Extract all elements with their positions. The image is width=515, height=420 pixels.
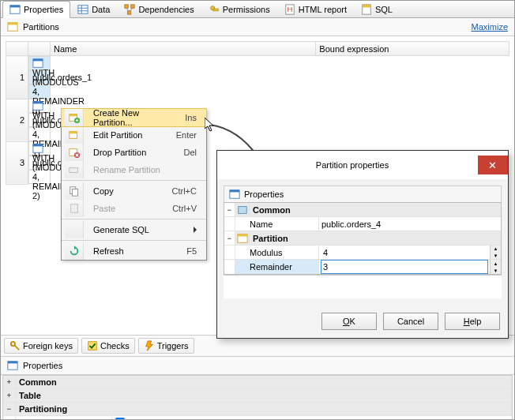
svg-marker-40: [74, 246, 77, 249]
svg-rect-43: [230, 190, 239, 193]
tab-html-report[interactable]: H HTML report: [277, 1, 354, 17]
group-common[interactable]: + Common: [3, 376, 512, 389]
prop-name[interactable]: Name public.orders_4: [224, 217, 501, 231]
rename-icon: [68, 163, 81, 176]
section-header: Partitions Maximize: [1, 18, 514, 36]
key-icon: [9, 340, 21, 351]
dependencies-icon: [124, 4, 135, 15]
menu-paste: PasteCtrl+V: [62, 200, 206, 217]
svg-text:H: H: [287, 5, 292, 13]
menu-edit-partition[interactable]: Edit PartitionEnter: [62, 126, 206, 144]
copy-icon: [68, 185, 81, 197]
svg-line-9: [126, 8, 130, 11]
refresh-icon: [68, 245, 81, 257]
svg-rect-31: [69, 132, 77, 134]
prop-is-partitioned[interactable]: − Is partitioned: [3, 416, 512, 421]
close-button[interactable]: ✕: [478, 156, 508, 174]
html-icon: H: [284, 4, 295, 15]
dialog-titlebar[interactable]: Partition properties ✕: [217, 151, 508, 179]
svg-rect-49: [88, 341, 97, 350]
tab-permissions[interactable]: Permissions: [201, 1, 277, 17]
group-partition[interactable]: − Partition: [224, 231, 501, 246]
group-table[interactable]: + Table: [3, 389, 512, 403]
check-icon: [87, 340, 98, 351]
table-row[interactable]: 1 public.orders_1 WITH (MODULUS 4, REMAI…: [6, 56, 509, 99]
maximize-link[interactable]: Maximize: [472, 22, 508, 32]
menu-create-partition[interactable]: Create New Partition...Ins: [62, 109, 206, 126]
tab-data[interactable]: Data: [70, 1, 117, 17]
prop-modulus[interactable]: Modulus ▲▼: [224, 246, 501, 260]
ok-button[interactable]: OK: [321, 313, 377, 330]
spin-down[interactable]: ▼: [491, 267, 501, 274]
remainder-input[interactable]: [321, 261, 487, 273]
sql-icon: [361, 4, 372, 15]
dialog-title-text: Partition properties: [316, 160, 389, 170]
svg-rect-22: [33, 102, 43, 104]
group-partitioning[interactable]: − Partitioning: [3, 403, 512, 416]
tab-dependencies[interactable]: Dependencies: [117, 1, 201, 17]
svg-rect-46: [237, 234, 246, 236]
trigger-icon: [144, 340, 155, 351]
table-icon: [32, 58, 43, 69]
svg-rect-16: [363, 5, 371, 8]
spin-down[interactable]: ▼: [491, 253, 501, 260]
menu-drop-partition[interactable]: Drop PartitionDel: [62, 144, 206, 161]
dialog-description-area: [224, 275, 502, 298]
svg-rect-26: [69, 114, 77, 117]
menu-refresh[interactable]: RefreshF5: [62, 242, 206, 260]
svg-rect-1: [10, 6, 20, 8]
properties-icon: [229, 189, 240, 200]
table-icon: [32, 143, 43, 154]
svg-rect-24: [33, 144, 43, 147]
submenu-arrow-icon: [194, 227, 197, 233]
svg-rect-52: [8, 361, 17, 363]
spin-up[interactable]: ▲: [491, 260, 501, 267]
group-common[interactable]: − Common: [224, 203, 501, 217]
cursor-icon: [205, 118, 217, 133]
svg-rect-36: [69, 167, 77, 172]
context-menu: Create New Partition...Ins Edit Partitio…: [61, 108, 207, 261]
properties-icon: [9, 4, 21, 15]
modulus-input[interactable]: [321, 246, 487, 258]
svg-rect-44: [238, 206, 246, 213]
tab-foreign-keys[interactable]: Foreign keys: [4, 338, 78, 354]
delete-icon: [68, 146, 81, 159]
tab-triggers[interactable]: Triggers: [138, 338, 194, 354]
svg-line-10: [130, 8, 133, 11]
svg-line-48: [14, 345, 19, 350]
partitions-icon: [7, 21, 18, 32]
svg-marker-50: [145, 340, 152, 350]
is-partitioned-checkbox[interactable]: [115, 418, 125, 421]
tab-checks[interactable]: Checks: [81, 338, 135, 354]
svg-rect-7: [131, 5, 134, 8]
lower-properties-grid: + Common + Table − Partitioning − Is par…: [2, 375, 513, 421]
svg-rect-38: [72, 189, 77, 196]
spin-up[interactable]: ▲: [491, 246, 501, 253]
col-name[interactable]: Name: [51, 42, 316, 56]
svg-rect-2: [78, 6, 88, 14]
svg-rect-39: [70, 204, 77, 213]
table-icon: [32, 100, 43, 111]
tab-properties-label: Properties: [24, 5, 63, 14]
section-title-text: Partitions: [23, 22, 59, 32]
svg-rect-20: [33, 59, 43, 62]
top-tabs: Properties Data Dependencies Permissions…: [1, 1, 514, 18]
paste-icon: [68, 202, 81, 215]
cancel-button[interactable]: Cancel: [383, 313, 438, 330]
svg-rect-6: [125, 5, 128, 8]
properties-grid: − Common Name public.orders_4 − Partitio…: [224, 202, 502, 275]
properties-panel-header: Properties: [224, 186, 502, 202]
menu-copy[interactable]: CopyCtrl+C: [62, 182, 206, 200]
add-icon: [68, 111, 81, 124]
svg-rect-12: [213, 9, 218, 11]
help-button[interactable]: Help: [445, 313, 500, 330]
lower-properties-header: Properties: [1, 357, 514, 375]
prop-remainder[interactable]: Remainder ▲▼: [224, 260, 501, 274]
svg-rect-8: [128, 11, 131, 14]
tab-sql[interactable]: SQL: [354, 1, 400, 17]
tab-properties[interactable]: Properties: [2, 1, 70, 18]
permissions-icon: [209, 4, 220, 15]
partition-properties-dialog: Partition properties ✕ Properties − Comm…: [216, 150, 509, 339]
menu-generate-sql[interactable]: Generate SQL: [62, 221, 206, 238]
col-bound[interactable]: Bound expression: [316, 42, 509, 56]
